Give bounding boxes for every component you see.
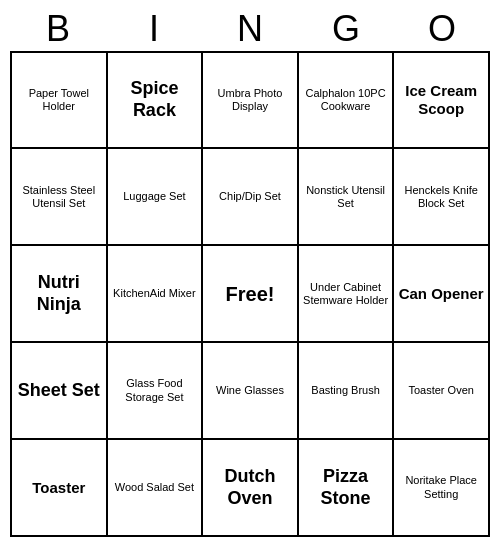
bingo-cell-1-2: Chip/Dip Set	[203, 149, 299, 246]
bingo-cell-2-0: Nutri Ninja	[12, 246, 108, 343]
bingo-header: BINGO	[10, 7, 490, 51]
bingo-cell-0-1: Spice Rack	[108, 53, 204, 150]
bingo-cell-4-0: Toaster	[12, 440, 108, 537]
header-letter-G: G	[298, 7, 394, 51]
bingo-cell-1-1: Luggage Set	[108, 149, 204, 246]
bingo-cell-2-1: KitchenAid Mixer	[108, 246, 204, 343]
bingo-cell-1-4: Henckels Knife Block Set	[394, 149, 490, 246]
bingo-cell-2-2: Free!	[203, 246, 299, 343]
bingo-cell-2-3: Under Cabinet Stemware Holder	[299, 246, 395, 343]
bingo-row-3: Sheet SetGlass Food Storage SetWine Glas…	[12, 343, 490, 440]
bingo-cell-0-0: Paper Towel Holder	[12, 53, 108, 150]
bingo-cell-4-1: Wood Salad Set	[108, 440, 204, 537]
bingo-cell-4-4: Noritake Place Setting	[394, 440, 490, 537]
bingo-cell-3-2: Wine Glasses	[203, 343, 299, 440]
bingo-cell-0-3: Calphalon 10PC Cookware	[299, 53, 395, 150]
bingo-row-1: Stainless Steel Utensil SetLuggage SetCh…	[12, 149, 490, 246]
bingo-row-0: Paper Towel HolderSpice RackUmbra Photo …	[12, 53, 490, 150]
bingo-grid: Paper Towel HolderSpice RackUmbra Photo …	[10, 51, 490, 537]
bingo-cell-3-3: Basting Brush	[299, 343, 395, 440]
header-letter-N: N	[202, 7, 298, 51]
bingo-cell-4-2: Dutch Oven	[203, 440, 299, 537]
header-letter-I: I	[106, 7, 202, 51]
bingo-cell-4-3: Pizza Stone	[299, 440, 395, 537]
bingo-cell-1-3: Nonstick Utensil Set	[299, 149, 395, 246]
bingo-row-4: ToasterWood Salad SetDutch OvenPizza Sto…	[12, 440, 490, 537]
bingo-cell-3-1: Glass Food Storage Set	[108, 343, 204, 440]
bingo-cell-1-0: Stainless Steel Utensil Set	[12, 149, 108, 246]
bingo-row-2: Nutri NinjaKitchenAid MixerFree!Under Ca…	[12, 246, 490, 343]
bingo-cell-0-4: Ice Cream Scoop	[394, 53, 490, 150]
header-letter-B: B	[10, 7, 106, 51]
bingo-cell-3-0: Sheet Set	[12, 343, 108, 440]
bingo-cell-2-4: Can Opener	[394, 246, 490, 343]
bingo-card: BINGO Paper Towel HolderSpice RackUmbra …	[10, 7, 490, 537]
header-letter-O: O	[394, 7, 490, 51]
bingo-cell-0-2: Umbra Photo Display	[203, 53, 299, 150]
bingo-cell-3-4: Toaster Oven	[394, 343, 490, 440]
